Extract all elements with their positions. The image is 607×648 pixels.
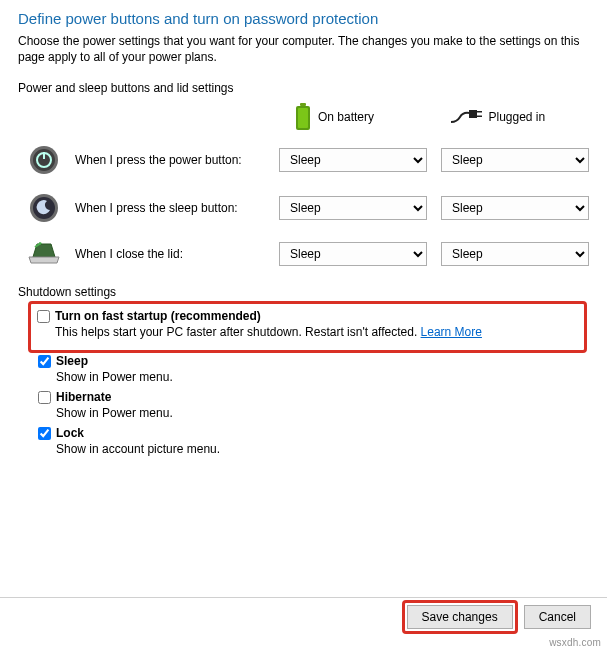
save-button-highlight: Save changes (402, 600, 518, 634)
page-title: Define power buttons and turn on passwor… (18, 10, 589, 27)
fast-startup-checkbox[interactable] (37, 310, 50, 323)
hibernate-desc: Show in Power menu. (56, 405, 589, 421)
power-button-battery-select[interactable]: Sleep (279, 148, 427, 172)
fast-startup-highlight: Turn on fast startup (recommended) This … (28, 301, 587, 353)
svg-rect-4 (477, 116, 482, 118)
hibernate-label: Hibernate (56, 389, 111, 405)
sleep-button-battery-select[interactable]: Sleep (279, 196, 427, 220)
sleep-button-plugged-select[interactable]: Sleep (441, 196, 589, 220)
lock-desc: Show in account picture menu. (56, 441, 589, 457)
cancel-button[interactable]: Cancel (524, 605, 591, 629)
save-changes-button[interactable]: Save changes (407, 605, 513, 629)
col-plugged-in-label: Plugged in (489, 110, 546, 124)
power-button-icon (18, 145, 71, 175)
lid-battery-select[interactable]: Sleep (279, 242, 427, 266)
svg-rect-8 (43, 152, 45, 159)
battery-icon (294, 103, 312, 131)
power-sleep-heading: Power and sleep buttons and lid settings (18, 81, 589, 95)
col-on-battery: On battery (294, 103, 435, 131)
page-description: Choose the power settings that you want … (18, 33, 589, 65)
svg-rect-3 (477, 111, 482, 113)
svg-rect-0 (300, 103, 306, 106)
hibernate-checkbox[interactable] (38, 391, 51, 404)
svg-rect-2 (298, 108, 308, 128)
row-sleep-button-label: When I press the sleep button: (71, 201, 279, 215)
learn-more-link[interactable]: Learn More (421, 325, 482, 339)
button-bar: Save changes Cancel (402, 600, 591, 634)
fast-startup-label: Turn on fast startup (recommended) (55, 308, 261, 324)
lid-plugged-select[interactable]: Sleep (441, 242, 589, 266)
row-power-button: When I press the power button: Sleep Sle… (18, 145, 589, 175)
row-close-lid-label: When I close the lid: (71, 247, 279, 261)
watermark: wsxdh.com (549, 637, 601, 648)
power-button-plugged-select[interactable]: Sleep (441, 148, 589, 172)
sleep-checkbox[interactable] (38, 355, 51, 368)
lock-label: Lock (56, 425, 84, 441)
plug-icon (449, 108, 483, 126)
fast-startup-desc: This helps start your PC faster after sh… (55, 325, 421, 339)
row-close-lid: When I close the lid: Sleep Sleep (18, 241, 589, 267)
col-on-battery-label: On battery (318, 110, 374, 124)
row-power-button-label: When I press the power button: (71, 153, 279, 167)
column-headers: On battery Plugged in (18, 103, 589, 131)
col-plugged-in: Plugged in (449, 108, 590, 126)
laptop-lid-icon (18, 241, 71, 267)
footer-divider (0, 597, 607, 598)
sleep-button-icon (18, 193, 71, 223)
lock-checkbox[interactable] (38, 427, 51, 440)
shutdown-settings-heading: Shutdown settings (18, 285, 589, 299)
sleep-desc: Show in Power menu. (56, 369, 589, 385)
sleep-label: Sleep (56, 353, 88, 369)
row-sleep-button: When I press the sleep button: Sleep Sle… (18, 193, 589, 223)
